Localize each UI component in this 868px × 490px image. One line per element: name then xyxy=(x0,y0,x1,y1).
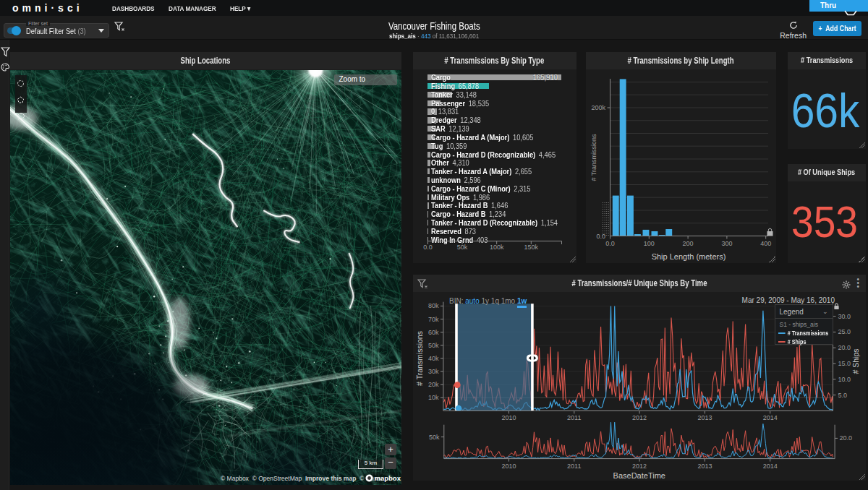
svg-text:10k: 10k xyxy=(427,394,438,401)
svg-text:2011: 2011 xyxy=(567,414,581,421)
svg-text:10.0: 10.0 xyxy=(838,376,851,383)
svg-text:0.0: 0.0 xyxy=(605,240,615,247)
svg-text:30.0: 30.0 xyxy=(838,313,851,320)
svg-text:400: 400 xyxy=(760,240,771,247)
svg-text:20.0: 20.0 xyxy=(839,434,852,442)
svg-text:80k: 80k xyxy=(427,302,438,309)
svg-text:100: 100 xyxy=(644,240,655,247)
svg-text:2010: 2010 xyxy=(501,414,516,421)
svg-text:2012: 2012 xyxy=(632,463,647,470)
svg-text:5.0: 5.0 xyxy=(838,392,847,399)
svg-text:2010: 2010 xyxy=(501,463,516,470)
svg-text:15.0: 15.0 xyxy=(838,360,851,367)
svg-text:200: 200 xyxy=(683,240,694,247)
svg-text:30k: 30k xyxy=(427,368,438,375)
svg-text:300: 300 xyxy=(721,240,732,247)
svg-text:2014: 2014 xyxy=(762,414,777,421)
svg-text:25.0: 25.0 xyxy=(838,328,851,335)
svg-text:70k: 70k xyxy=(427,316,438,323)
svg-text:2013: 2013 xyxy=(697,463,712,470)
svg-text:2011: 2011 xyxy=(567,463,581,470)
svg-text:2013: 2013 xyxy=(697,414,712,421)
svg-text:0.0: 0.0 xyxy=(596,233,605,240)
svg-text:50k: 50k xyxy=(428,434,439,441)
svg-text:2014: 2014 xyxy=(762,463,777,470)
svg-text:# Transmissions: # Transmissions xyxy=(590,134,597,181)
svg-text:2012: 2012 xyxy=(632,414,647,421)
svg-text:Ship Length (meters): Ship Length (meters) xyxy=(652,252,726,261)
svg-text:20k: 20k xyxy=(427,381,438,388)
svg-text:40k: 40k xyxy=(427,355,438,362)
svg-text:50k: 50k xyxy=(427,342,438,349)
svg-text:200k: 200k xyxy=(591,104,605,111)
svg-text:20.0: 20.0 xyxy=(838,344,851,351)
svg-text:60k: 60k xyxy=(427,329,438,336)
